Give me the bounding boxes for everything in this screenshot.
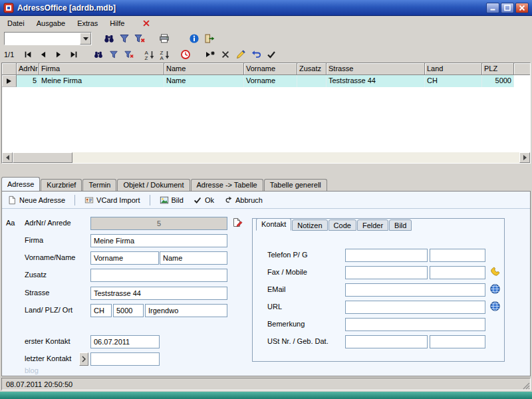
horizontal-scrollbar[interactable] [2, 152, 530, 163]
name-field[interactable]: Name [160, 251, 227, 265]
tab-felder[interactable]: Felder [357, 219, 388, 231]
print-button[interactable] [156, 32, 172, 46]
info-button[interactable] [186, 32, 201, 46]
delete-x-icon [221, 50, 230, 59]
sort-descending-button[interactable]: ZA [157, 48, 172, 62]
scroll-left-button[interactable] [2, 152, 13, 163]
edit-anrede-button[interactable] [229, 215, 245, 229]
abbruch-button[interactable]: Abbruch [223, 196, 263, 205]
column-header-land[interactable]: Land [425, 63, 482, 75]
column-header-firma[interactable]: Firma [39, 63, 164, 75]
scrollbar-thumb[interactable] [13, 152, 72, 163]
tab-kontakt[interactable]: Kontakt [256, 218, 291, 231]
nav-next-icon [54, 50, 63, 59]
search-records-button[interactable] [90, 48, 106, 62]
row-selector-cell[interactable] [2, 75, 17, 87]
telefon-p-field[interactable] [345, 249, 428, 262]
tab-tabelle-generell[interactable]: Tabelle generell [264, 179, 327, 191]
tab-code[interactable]: Code [329, 219, 356, 231]
bemerkung-field[interactable] [345, 318, 485, 331]
globe-icon[interactable] [489, 301, 501, 312]
title-bar[interactable]: AdressOffice [adrdb.mdb] [0, 0, 532, 16]
ok-button[interactable]: Ok [193, 196, 214, 205]
mobile-field[interactable] [430, 266, 485, 279]
column-header-vorname[interactable]: Vorname [244, 63, 297, 75]
phone-icon[interactable] [489, 266, 501, 277]
last-record-button[interactable] [66, 48, 81, 62]
globe-icon[interactable] [489, 283, 501, 295]
tab-objekt-dokument[interactable]: Objekt / Dokument [117, 179, 190, 191]
app-icon [3, 3, 14, 13]
insert-record-button[interactable] [202, 48, 217, 62]
exit-button[interactable] [201, 32, 217, 46]
column-header-zusatz[interactable]: Zusatz [297, 63, 327, 75]
edit-record-button[interactable] [233, 48, 248, 62]
search-combobox[interactable] [4, 32, 92, 45]
refresh-button[interactable] [178, 48, 193, 62]
arrow-right-icon [523, 155, 527, 160]
combobox-dropdown-button[interactable] [80, 33, 91, 45]
telefon-g-field[interactable] [430, 249, 485, 262]
ort-field[interactable]: Irgendwo [145, 304, 227, 317]
strasse-field[interactable]: Teststrasse 44 [90, 287, 227, 300]
column-header-name[interactable]: Name [164, 63, 244, 75]
maximize-button[interactable] [501, 3, 514, 13]
firma-field[interactable]: Meine Firma [90, 234, 227, 247]
vcard-import-label: VCard Import [96, 196, 140, 204]
email-field[interactable] [345, 283, 485, 297]
row-selector-header [2, 63, 17, 75]
bemerkung-label: Bemerkung [267, 320, 305, 328]
remove-filter-records-button[interactable] [121, 48, 136, 62]
tab-adresse-tabelle[interactable]: Adresse -> Tabelle [191, 179, 263, 191]
menu-item-ausgabe[interactable]: Ausgabe [31, 17, 71, 30]
filter-records-button[interactable] [106, 48, 121, 62]
table-row-selected[interactable]: 5 Meine Firma Name Vorname Teststrasse 4… [2, 75, 530, 87]
minimize-button[interactable] [486, 3, 499, 13]
column-header-adrnr[interactable]: AdrNr [17, 63, 39, 75]
delete-filter-button[interactable] [140, 17, 153, 29]
previous-record-button[interactable] [35, 48, 51, 62]
aa-label: Aa [6, 219, 15, 227]
new-address-button[interactable]: Neue Adresse [7, 196, 65, 205]
plz-field[interactable]: 5000 [113, 304, 144, 317]
scrollbar-track[interactable] [72, 152, 519, 163]
next-record-button[interactable] [51, 48, 66, 62]
ust-nr-field[interactable] [345, 335, 428, 348]
grid-header-row: AdrNr Firma Name Vorname Zusatz Strasse … [2, 63, 530, 75]
tab-bild[interactable]: Bild [389, 219, 412, 231]
form-toolbar: Neue Adresse VCard Import Bild Ok Abbruc… [2, 192, 530, 209]
resize-grip[interactable] [522, 382, 530, 390]
land-field[interactable]: CH [90, 304, 112, 317]
letzter-kontakt-field[interactable] [90, 352, 160, 366]
vorname-field[interactable]: Vorname [90, 251, 159, 265]
geb-dat-field[interactable] [430, 335, 485, 348]
undo-button[interactable] [248, 48, 263, 62]
post-edit-button[interactable] [263, 48, 279, 62]
new-address-label: Neue Adresse [19, 196, 65, 204]
letzter-kontakt-expand-button[interactable] [79, 352, 88, 366]
menu-item-extras[interactable]: Extras [71, 17, 104, 30]
zusatz-field[interactable] [90, 269, 227, 282]
column-header-plz[interactable]: PLZ [482, 63, 514, 75]
tab-adresse[interactable]: Adresse [1, 177, 40, 191]
column-header-strasse[interactable]: Strasse [327, 63, 425, 75]
menu-item-hilfe[interactable]: Hilfe [104, 17, 130, 30]
vcard-import-button[interactable]: VCard Import [84, 196, 140, 205]
close-button[interactable] [515, 3, 529, 13]
remove-filter-button[interactable] [132, 32, 147, 46]
address-form-panel: Neue Adresse VCard Import Bild Ok Abbruc… [1, 191, 531, 376]
url-field[interactable] [345, 301, 485, 314]
bild-button[interactable]: Bild [160, 196, 184, 205]
fax-field[interactable] [345, 266, 428, 279]
tab-notizen[interactable]: Notizen [292, 219, 327, 231]
scroll-right-button[interactable] [519, 152, 530, 163]
tab-termin[interactable]: Termin [82, 179, 116, 191]
sort-ascending-button[interactable]: AZ [142, 48, 157, 62]
search-button[interactable] [101, 32, 116, 46]
delete-record-button[interactable] [217, 48, 233, 62]
first-record-button[interactable] [20, 48, 35, 62]
menu-item-datei[interactable]: Datei [1, 17, 31, 30]
tab-kurzbrief[interactable]: Kurzbrief [41, 179, 82, 191]
erster-kontakt-field[interactable]: 06.07.2011 [90, 335, 160, 348]
filter-button[interactable] [116, 32, 132, 46]
